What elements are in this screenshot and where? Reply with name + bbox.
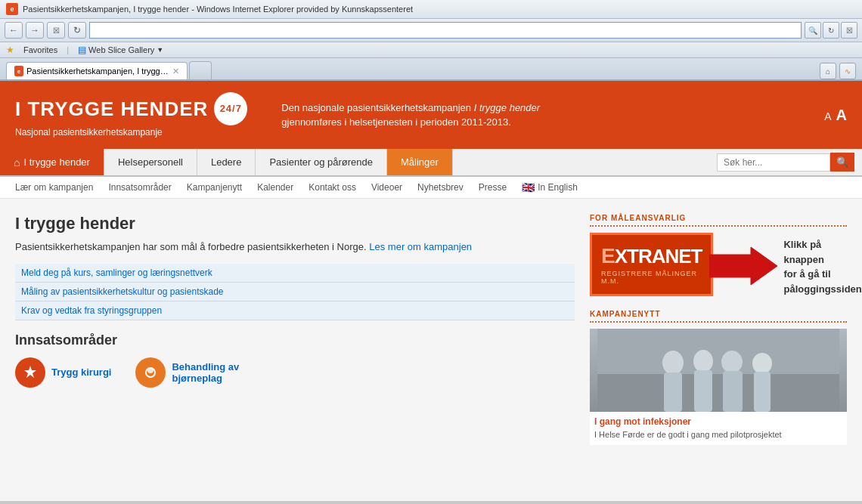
header-tagline: Den nasjonale pasientsikkerhetskampanjen… <box>281 100 540 130</box>
secondary-nav-english[interactable]: 🇬🇧 In English <box>522 181 578 193</box>
news-title[interactable]: I gang mot infeksjoner <box>594 416 842 427</box>
extranet-label: XTRANET <box>615 245 702 268</box>
svg-rect-12 <box>754 372 771 412</box>
blue-links-box: Meld deg på kurs, samlinger og læringsne… <box>15 264 575 320</box>
content-left: I trygge hender Pasientsikkerhetskampanj… <box>15 214 575 486</box>
news-caption: I gang mot infeksjoner I Helse Førde er … <box>590 412 847 445</box>
innsats-grid: Trygg kirurgi Behandling av bjørneplag <box>15 357 575 388</box>
browser-window: e Pasientsikkerhetskampanjen, I trygge h… <box>0 0 862 501</box>
tab-right-icons: ⌂ ∿ <box>820 63 856 79</box>
news-image <box>590 329 847 412</box>
web-slice-gallery[interactable]: ▤ Web Slice Gallery ▼ <box>78 45 163 55</box>
header-right: A A <box>809 99 862 131</box>
active-tab[interactable]: e Pasientsikkerhetskampanjen, I trygge h… <box>6 62 188 79</box>
secondary-nav-videoer[interactable]: Videoer <box>371 182 402 193</box>
svg-point-11 <box>752 353 772 374</box>
tagline-italic: I trygge hender <box>474 102 540 113</box>
svg-point-7 <box>693 350 713 373</box>
main-navigation: ⌂ I trygge hender Helsepersonell Ledere … <box>0 149 862 177</box>
secondary-nav-nyhetsbrev[interactable]: Nyhetsbrev <box>417 182 464 193</box>
secondary-nav-laer[interactable]: Lær om kampanjen <box>15 182 93 193</box>
web-slice-icon: ▤ <box>78 45 86 55</box>
title-text: Pasientsikkerhetskampanjen, I trygge hen… <box>23 5 413 14</box>
nav-item-helsepersonell[interactable]: Helsepersonell <box>104 149 197 175</box>
separator: | <box>67 45 69 54</box>
secondary-nav-kampanje[interactable]: Kampanjenytt <box>187 182 242 193</box>
secondary-nav-innsats[interactable]: Innsatsområder <box>108 182 171 193</box>
extranet-title: EXTRANET <box>601 244 702 268</box>
tab-label: Pasientsikkerhetskampanjen, I trygge hen… <box>26 66 169 76</box>
search-input[interactable] <box>717 153 830 172</box>
nav-search-area: 🔍 <box>709 149 862 175</box>
font-size-controls: A A <box>824 107 847 124</box>
arrow-svg <box>709 243 777 289</box>
address-right-buttons: 🔍 ↻ ☒ <box>805 22 857 39</box>
bookmarks-bar: ★ Favorites | ▤ Web Slice Gallery ▼ <box>0 42 862 58</box>
extranet-subtitle: REGISTRERE MÅLINGER M.M. <box>601 270 702 285</box>
les-mer-link[interactable]: Les mer om kampanjen <box>369 241 472 252</box>
arrow-area <box>709 243 777 291</box>
nav-item-malinger[interactable]: Målinger <box>387 149 453 175</box>
secondary-nav-presse[interactable]: Presse <box>479 182 507 193</box>
tab-bar: e Pasientsikkerhetskampanjen, I trygge h… <box>0 58 862 81</box>
empty-tab[interactable] <box>189 61 212 79</box>
uk-flag-icon: 🇬🇧 <box>522 181 535 193</box>
svg-rect-8 <box>694 370 712 412</box>
secondary-nav-kontakt[interactable]: Kontakt oss <box>309 182 356 193</box>
page-title: I trygge hender <box>15 214 575 233</box>
blue-link-2[interactable]: Måling av pasientsikkerhetskultur og pas… <box>15 283 575 301</box>
svg-marker-2 <box>709 247 777 285</box>
nav-item-pasienter[interactable]: Pasienter og pårørende <box>256 149 387 175</box>
innsats-link-2[interactable]: Behandling av bjørneplag <box>172 361 239 384</box>
search-compat-button[interactable]: 🔍 <box>805 22 821 39</box>
header-left: I TRYGGE HENDER 24/7 Nasjonal pasientsik… <box>0 81 809 149</box>
search-button[interactable]: 🔍 <box>830 153 854 172</box>
extranet-button[interactable]: EXTRANET REGISTRERE MÅLINGER M.M. <box>590 233 713 296</box>
svg-rect-6 <box>664 373 682 412</box>
browser-icon: e <box>6 3 18 15</box>
svg-point-5 <box>662 351 684 375</box>
innsats-card-2: Behandling av bjørneplag <box>135 357 239 388</box>
stop-button[interactable]: ☒ <box>47 22 65 39</box>
forward-button[interactable]: → <box>26 22 44 39</box>
web-slice-chevron: ▼ <box>157 46 163 54</box>
address-input[interactable]: http://www.pasientsikkerhetskampanjen.no… <box>89 22 802 39</box>
tab-close-button[interactable]: ✕ <box>172 66 179 76</box>
home-button[interactable]: ⌂ <box>820 63 836 79</box>
logo-badge: 24/7 <box>214 92 247 125</box>
font-size-small-button[interactable]: A <box>824 110 831 122</box>
innsats-link-1[interactable]: Trygg kirurgi <box>51 366 111 378</box>
refresh-button[interactable]: ↻ <box>68 22 86 39</box>
font-size-large-button[interactable]: A <box>836 107 847 124</box>
innsats-card-1: Trygg kirurgi <box>15 357 111 388</box>
for-maleansvarlig-label: FOR MÅLEANSVARLIG <box>590 214 847 227</box>
blue-link-1[interactable]: Meld deg på kurs, samlinger og læringsne… <box>15 264 575 283</box>
innsats-icon-2 <box>135 357 166 388</box>
svg-rect-4 <box>597 374 839 412</box>
back-button[interactable]: ← <box>5 22 23 39</box>
refresh-addr-button[interactable]: ↻ <box>823 22 839 39</box>
stop-addr-button[interactable]: ☒ <box>841 22 857 39</box>
page-intro: Pasientsikkerhetskampanjen har som mål å… <box>15 240 575 255</box>
title-bar: e Pasientsikkerhetskampanjen, I trygge h… <box>0 0 862 19</box>
site-header: I TRYGGE HENDER 24/7 Nasjonal pasientsik… <box>0 81 862 149</box>
nav-item-ledere[interactable]: Ledere <box>197 149 256 175</box>
tab-favicon: e <box>14 66 23 76</box>
logo-text: I TRYGGE HENDER 24/7 <box>15 92 247 125</box>
extranet-bracket-open: E <box>601 244 615 268</box>
logo-subtitle: Nasjonal pasientsikkerhetskampanje <box>15 127 247 138</box>
logo-area: I TRYGGE HENDER 24/7 Nasjonal pasientsik… <box>15 92 247 138</box>
rss-button[interactable]: ∿ <box>839 63 856 79</box>
favorites-label[interactable]: Favorites <box>23 45 57 54</box>
secondary-nav-kalender[interactable]: Kalender <box>257 182 293 193</box>
content-right: FOR MÅLEANSVARLIG EXTRANET REGISTRERE MÅ… <box>590 214 847 486</box>
news-image-svg <box>590 329 847 412</box>
nav-item-i-trygge-hender[interactable]: ⌂ I trygge hender <box>0 149 104 175</box>
address-bar-row: ← → ☒ ↻ http://www.pasientsikkerhetskamp… <box>0 19 862 42</box>
svg-point-9 <box>721 351 743 373</box>
kampanjenytt-label: KAMPANJENYTT <box>590 310 847 323</box>
svg-rect-10 <box>723 371 743 412</box>
callout-text: Klikk på knappen for å gå til påloggings… <box>783 237 861 296</box>
blue-link-3[interactable]: Krav og vedtak fra styringsgruppen <box>15 301 575 320</box>
secondary-navigation: Lær om kampanjen Innsatsområder Kampanje… <box>0 177 862 199</box>
